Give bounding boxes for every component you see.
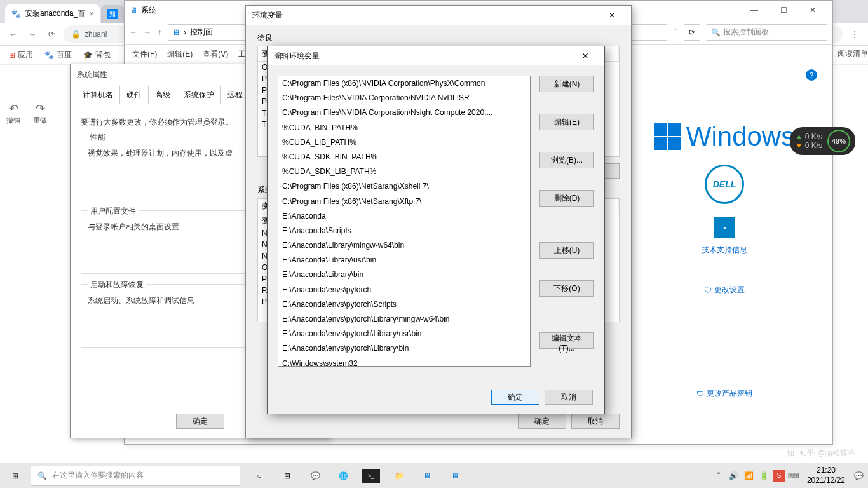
path-item[interactable]: C:\Program Files\NVIDIA Corporation\NVID… [278,91,530,105]
path-item[interactable]: C:\Program Files (x86)\NetSarang\Xshell … [278,179,530,194]
move-down-button[interactable]: 下移(O) [539,280,594,297]
bookmark-baidu[interactable]: 🐾百度 [44,50,72,60]
new-button[interactable]: 新建(N) [539,76,594,92]
network-speed-widget[interactable]: ▲ 0 K/s ▼ 0 K/s 49% [790,127,855,155]
cortana-icon[interactable]: ○ [245,463,273,489]
keyboard-icon[interactable]: ⌨ [787,463,801,489]
browser-tab-2[interactable]: 知 [101,5,124,23]
browser-tab-1[interactable]: 🐾 安装anaconda_百 × [5,4,100,23]
path-item[interactable]: C:\Windows\system32 [278,356,530,367]
back-icon[interactable]: ← [6,27,20,41]
delete-button[interactable]: 删除(D) [539,190,594,207]
dialog-titlebar[interactable]: 环境变量 ✕ [246,6,631,25]
tab-system-protection[interactable]: 系统保护 [177,86,221,104]
path-item[interactable]: %CUDA_LIB_PATH% [278,135,530,150]
search-placeholder: 搜索控制面板 [723,27,769,37]
edit-button[interactable]: 编辑(E) [539,114,594,130]
path-item[interactable]: E:\Anaconda\Library\usr\bin [278,253,530,268]
maximize-button[interactable]: ☐ [769,1,798,20]
zhihu-favicon-icon: 知 [107,9,118,19]
minimize-button[interactable]: — [740,1,769,20]
path-item[interactable]: %CUDA_SDK_LIB_PATH% [278,165,530,179]
edit-text-button[interactable]: 编辑文本(T)... [539,332,594,349]
dropdown-icon[interactable]: ˅ [674,28,677,37]
monitor-app-icon[interactable]: 🖥 [413,463,441,489]
forward-icon[interactable]: → [25,27,39,41]
path-item[interactable]: E:\Anaconda\envs\pytorch\Library\usr\bin [278,327,530,341]
edit-env-variable-dialog: 编辑环境变量 ✕ C:\Program Files (x86)\NVIDIA C… [267,46,605,414]
taskbar-clock[interactable]: 21:20 2021/12/22 [802,466,850,485]
ok-button[interactable]: 确定 [518,414,566,429]
wifi-icon[interactable]: 📶 [742,463,756,489]
cancel-button[interactable]: 取消 [571,414,620,429]
path-item[interactable]: C:\Program Files (x86)\NVIDIA Corporatio… [278,76,530,91]
tech-support-link[interactable]: 技术支持信息 [629,245,820,255]
path-item[interactable]: %CUDA_BIN_PATH% [278,121,530,135]
search-input[interactable]: 🔍 搜索控制面板 [707,24,827,41]
undo-button[interactable]: ↶撤销 [6,102,20,125]
refresh-button[interactable]: ⟳ [684,24,700,41]
baidu-favicon-icon: 🐾 [11,10,21,18]
system-app-icon[interactable]: 🖥 [441,463,469,489]
cancel-button[interactable]: 取消 [545,390,593,405]
close-button[interactable]: ✕ [798,1,827,20]
bookmark-back[interactable]: 🎓背包 [83,50,111,60]
tray-chevron-icon[interactable]: ˄ [712,463,726,489]
path-item[interactable]: C:\Program Files\NVIDIA Corporation\Nsig… [278,105,530,120]
window-title: 系统 [141,5,156,16]
ok-button[interactable]: 确定 [176,414,224,429]
path-item[interactable]: E:\Anaconda\envs\pytorch\Library\bin [278,341,530,356]
volume-icon[interactable]: 🔊 [727,463,741,489]
path-item[interactable]: E:\Anaconda\Library\mingw-w64\bin [278,238,530,253]
explorer-icon[interactable]: 📁 [385,463,413,489]
menu-edit[interactable]: 编辑(E) [167,49,193,60]
path-item[interactable]: E:\Anaconda\envs\pytorch\Scripts [278,297,530,312]
path-listbox[interactable]: C:\Program Files (x86)\NVIDIA Corporatio… [278,76,531,367]
browse-button[interactable]: 浏览(B)... [539,152,594,168]
taskbar-search[interactable]: 🔍 在这里输入你要搜索的内容 [31,466,240,486]
task-view-icon[interactable]: ⊟ [273,463,301,489]
wechat-icon[interactable]: 💬 [301,463,329,489]
close-icon[interactable]: ✕ [599,11,625,20]
close-button[interactable]: ✕ [573,46,598,65]
path-item[interactable]: E:\Anaconda\Library\bin [278,268,530,282]
path-item[interactable]: C:\Program Files (x86)\NetSarang\Xftp 7\ [278,194,530,209]
path-item[interactable]: E:\Anaconda\envs\pytorch\Library\mingw-w… [278,312,530,327]
reload-icon[interactable]: ⟳ [44,27,58,41]
extensions-icon[interactable]: ⋮ [848,27,862,41]
move-up-button[interactable]: 上移(U) [539,242,594,259]
close-icon[interactable]: × [89,10,93,18]
reading-list-button[interactable]: 阅读清单 [837,48,868,59]
start-button[interactable]: ⊞ [0,463,31,489]
nav-fwd-icon[interactable]: → [144,28,151,37]
notification-icon[interactable]: 💬 [851,463,865,489]
help-icon[interactable]: ? [806,69,817,81]
energy-star-icon: ★ [714,217,735,238]
upload-speed: 0 K/s [805,132,822,141]
battery-icon[interactable]: 🔋 [757,463,771,489]
tab-hardware[interactable]: 硬件 [119,86,149,104]
terminal-icon[interactable]: >_ [362,469,380,483]
hat-icon: 🎓 [83,51,93,60]
breadcrumb-item[interactable]: 控制面 [190,27,213,37]
tab-computer-name[interactable]: 计算机名 [76,86,120,104]
path-item[interactable]: E:\Anaconda\Scripts [278,224,530,238]
chrome-icon[interactable]: 🌐 [329,463,357,489]
watermark: 知知乎 @临松薤谷 [787,448,855,459]
menu-view[interactable]: 查看(V) [203,49,228,60]
ime-icon[interactable]: S [773,470,785,482]
ok-button[interactable]: 确定 [491,390,539,405]
change-product-key-link[interactable]: 🛡更改产品密钥 [629,388,820,399]
tab-advanced[interactable]: 高级 [148,86,177,104]
redo-button[interactable]: ↷重做 [33,102,47,125]
nav-back-icon[interactable]: ← [130,28,137,37]
path-item[interactable]: %CUDA_SDK_BIN_PATH% [278,150,530,165]
nav-up-icon[interactable]: ↑ [158,28,161,37]
change-settings-link[interactable]: 🛡更改设置 [629,285,820,295]
path-item[interactable]: E:\Anaconda\envs\pytorch [278,283,530,297]
search-icon: 🔍 [711,28,721,37]
menu-file[interactable]: 文件(F) [132,49,157,60]
apps-shortcut[interactable]: ⊞应用 [9,50,33,60]
path-item[interactable]: E:\Anaconda [278,209,530,224]
dialog-titlebar[interactable]: 编辑环境变量 ✕ [268,46,604,65]
